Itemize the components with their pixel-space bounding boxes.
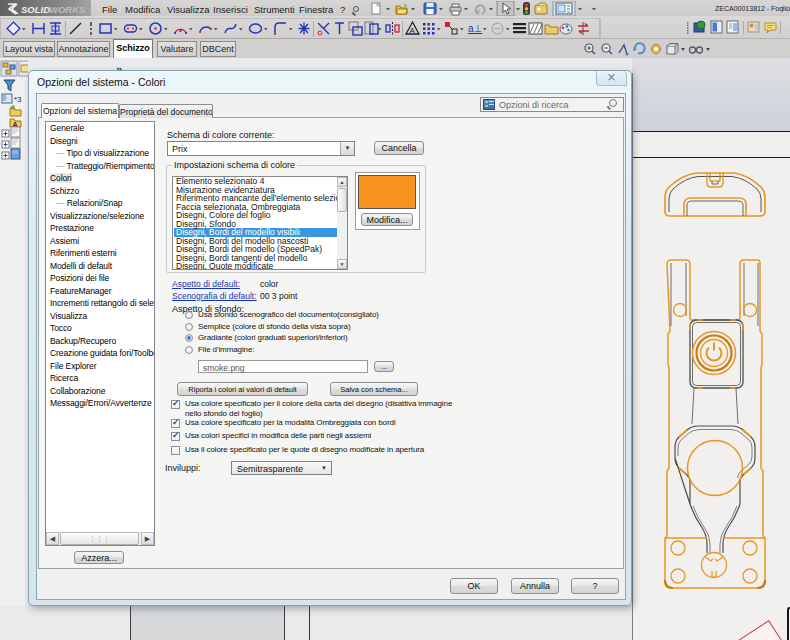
svg-text:A: A [410,26,416,35]
svg-text:a⊥: a⊥ [468,23,482,34]
svg-text:*3: *3 [14,95,22,104]
svg-text:A: A [13,121,18,128]
svg-text:SOLID: SOLID [21,4,50,15]
svg-text:WORKS: WORKS [49,4,86,15]
